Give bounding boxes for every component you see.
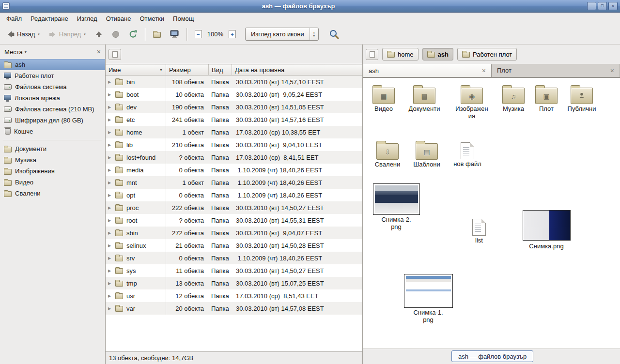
- breadcrumb-desktop[interactable]: Работен плот: [457, 48, 517, 61]
- up-button[interactable]: [91, 28, 107, 41]
- expander-icon[interactable]: ▶: [108, 206, 113, 210]
- sidebar-item-video[interactable]: Видео: [0, 177, 105, 188]
- icon-documents-folder[interactable]: ▤ Документи: [403, 84, 446, 113]
- taskbar-window-button[interactable]: ash — файлов браузър: [451, 350, 533, 362]
- sidebar-item-ash[interactable]: ash: [0, 59, 105, 70]
- icon-snimka-2-png[interactable]: Снимка-2.png: [371, 183, 421, 230]
- icon-templates-folder[interactable]: ▤ Шаблони: [405, 140, 449, 168]
- sidebar-title[interactable]: Места: [4, 48, 23, 56]
- table-row[interactable]: ▶sys 11 обекта Папка 30.03.2010 (вт) 14,…: [106, 264, 362, 277]
- expander-icon[interactable]: ▶: [108, 143, 113, 147]
- expander-icon[interactable]: ▶: [108, 256, 113, 260]
- sidebar-item-documents[interactable]: Документи: [0, 143, 105, 154]
- window-menu-icon[interactable]: [2, 2, 10, 10]
- table-row[interactable]: ▶lib 210 обекта Папка 30.03.2010 (вт) 9,…: [106, 138, 362, 151]
- menu-go[interactable]: Отиване: [102, 14, 136, 24]
- sidebar-item-filesystem[interactable]: Файлова система: [0, 81, 105, 92]
- column-header-type[interactable]: Вид: [209, 64, 232, 75]
- table-row[interactable]: ▶mnt 1 обект Папка 1.10.2009 (чт) 18,40,…: [106, 176, 362, 189]
- table-row[interactable]: ▶home 1 обект Папка 17.03.2010 (ср) 10,3…: [106, 126, 362, 138]
- expander-icon[interactable]: ▶: [108, 231, 113, 235]
- sidebar-item-network[interactable]: Локална мрежа: [0, 92, 105, 104]
- expander-icon[interactable]: ▶: [108, 269, 113, 273]
- breadcrumb-ash[interactable]: ash: [422, 48, 453, 61]
- chevron-down-icon[interactable]: ▾: [38, 32, 40, 36]
- breadcrumb-home[interactable]: home: [382, 48, 418, 61]
- expander-icon[interactable]: ▶: [108, 294, 113, 298]
- menu-help[interactable]: Помощ: [169, 14, 198, 24]
- icon-public-folder[interactable]: Публични: [560, 84, 604, 113]
- tab-plot[interactable]: Плот ×: [492, 64, 620, 77]
- pane-location-button[interactable]: [108, 49, 121, 60]
- table-row[interactable]: ▶tmp 13 обекта Папка 30.03.2010 (вт) 15,…: [106, 277, 362, 289]
- table-row[interactable]: ▶proc 222 обекта Папка 30.03.2010 (вт) 1…: [106, 201, 362, 214]
- icon-pictures-folder[interactable]: ◉ Изображения: [450, 84, 494, 120]
- close-icon[interactable]: ×: [610, 67, 614, 75]
- sidebar-item-music[interactable]: Музика: [0, 154, 105, 166]
- sidebar-close-icon[interactable]: ×: [97, 48, 101, 56]
- zoom-out-button[interactable]: −: [191, 27, 206, 41]
- expander-icon[interactable]: ▶: [108, 105, 113, 109]
- titlebar[interactable]: ash — файлов браузър _ □ ×: [0, 0, 620, 13]
- table-row[interactable]: ▶media 0 обекта Папка 1.10.2009 (чт) 18,…: [106, 164, 362, 176]
- table-row[interactable]: ▶var 20 обекта Папка 30.03.2010 (вт) 14,…: [106, 302, 362, 315]
- table-row[interactable]: ▶etc 241 обекта Папка 30.03.2010 (вт) 14…: [106, 113, 362, 126]
- icon-snimka-png[interactable]: Снимка.png: [521, 210, 572, 250]
- menu-bookmarks[interactable]: Отметки: [135, 14, 169, 24]
- expander-icon[interactable]: ▶: [108, 155, 113, 160]
- expander-icon[interactable]: ▶: [108, 243, 113, 248]
- back-button[interactable]: Назад ▾: [3, 28, 44, 41]
- table-row[interactable]: ▶sbin 272 обекта Папка 30.03.2010 (вт) 9…: [106, 227, 362, 239]
- pathbar-scroll-button[interactable]: [366, 49, 378, 60]
- table-row[interactable]: ▶boot 10 обекта Папка 30.03.2010 (вт) 9,…: [106, 88, 362, 101]
- column-header-size[interactable]: Размер: [166, 64, 209, 75]
- view-mode-select[interactable]: Изглед като икони ▴ ▾: [245, 28, 319, 41]
- menu-file[interactable]: Файл: [2, 14, 26, 24]
- close-button[interactable]: ×: [608, 2, 618, 10]
- sidebar-item-pictures[interactable]: Изображения: [0, 166, 105, 177]
- expander-icon[interactable]: ▶: [108, 306, 113, 311]
- table-row[interactable]: ▶bin 108 обекта Папка 30.03.2010 (вт) 14…: [106, 76, 362, 88]
- sidebar-item-filesystem-210mb[interactable]: Файлова система (210 MB): [0, 104, 105, 115]
- sidebar-item-trash[interactable]: Кошче: [0, 126, 105, 137]
- stop-button[interactable]: [108, 28, 124, 41]
- sidebar-item-encrypted-80gb[interactable]: Шифриран дял (80 GB): [0, 115, 105, 126]
- zoom-in-button[interactable]: +: [225, 27, 240, 41]
- column-header-date[interactable]: Дата на промяна: [232, 64, 362, 75]
- icon-downloads-folder[interactable]: ⇩ Свалени: [366, 140, 409, 168]
- icon-view[interactable]: ▦ Видео ▤ Документи ◉ Изображения ♫ Музи…: [363, 77, 620, 349]
- sidebar-item-downloads[interactable]: Свалени: [0, 188, 105, 199]
- minimize-button[interactable]: _: [587, 2, 596, 10]
- search-button[interactable]: [326, 27, 342, 42]
- icon-video-folder[interactable]: ▦ Видео: [363, 84, 405, 113]
- expander-icon[interactable]: ▶: [108, 168, 113, 172]
- expander-icon[interactable]: ▶: [108, 92, 113, 97]
- table-row[interactable]: ▶selinux 21 обекта Папка 30.03.2010 (вт)…: [106, 239, 362, 252]
- computer-button[interactable]: [166, 27, 183, 41]
- expander-icon[interactable]: ▶: [108, 181, 113, 185]
- table-row[interactable]: ▶srv 0 обекта Папка 1.10.2009 (чт) 18,40…: [106, 252, 362, 264]
- expander-icon[interactable]: ▶: [108, 218, 113, 223]
- menu-edit[interactable]: Редактиране: [26, 14, 73, 24]
- icon-list-file[interactable]: list: [457, 216, 501, 244]
- menu-view[interactable]: Изглед: [73, 14, 102, 24]
- table-row[interactable]: ▶opt 0 обекта Папка 1.10.2009 (чт) 18,40…: [106, 189, 362, 201]
- tab-ash[interactable]: ash ×: [363, 64, 492, 77]
- column-header-name[interactable]: Име ▼: [106, 64, 166, 75]
- maximize-button[interactable]: □: [598, 2, 607, 10]
- close-icon[interactable]: ×: [482, 67, 486, 75]
- table-row[interactable]: ▶root ? обекта Папка 30.03.2010 (вт) 14,…: [106, 214, 362, 227]
- table-row[interactable]: ▶dev 190 обекта Папка 30.03.2010 (вт) 14…: [106, 101, 362, 113]
- icon-new-file[interactable]: нов файл: [446, 140, 489, 168]
- chevron-down-icon[interactable]: ▾: [25, 50, 27, 54]
- spinner-arrows-icon[interactable]: ▴ ▾: [310, 31, 318, 37]
- forward-button[interactable]: Напред ▾: [45, 28, 90, 41]
- reload-button[interactable]: [125, 27, 141, 41]
- home-button[interactable]: [149, 28, 165, 41]
- table-row[interactable]: ▶usr 12 обекта Папка 17.03.2010 (ср) 8,5…: [106, 289, 362, 302]
- expander-icon[interactable]: ▶: [108, 130, 113, 135]
- expander-icon[interactable]: ▶: [108, 118, 113, 122]
- expander-icon[interactable]: ▶: [108, 80, 113, 84]
- icon-snimka-1-png[interactable]: Снимка-1.png: [403, 274, 453, 323]
- expander-icon[interactable]: ▶: [108, 281, 113, 286]
